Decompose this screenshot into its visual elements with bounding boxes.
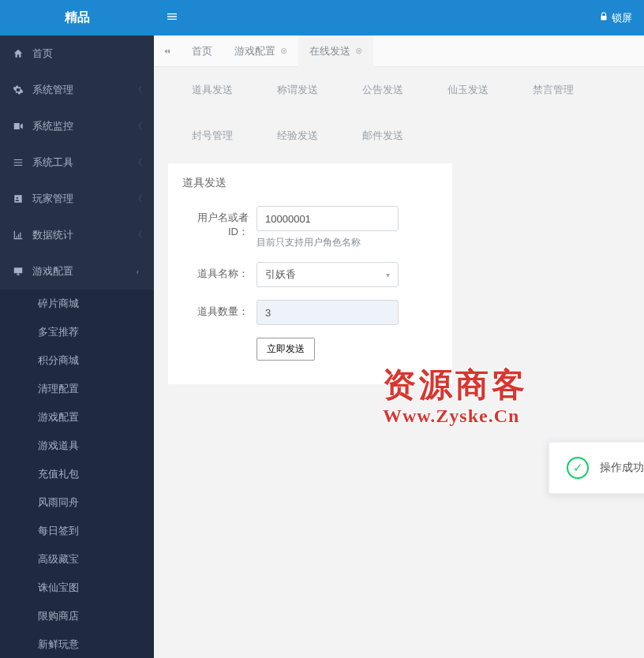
nav-label: 数据统计 bbox=[32, 228, 134, 242]
lock-label: 锁屏 bbox=[612, 11, 632, 25]
submenu-item[interactable]: 积分商城 bbox=[0, 346, 154, 375]
tab-home[interactable]: 首页 bbox=[181, 36, 223, 67]
chevron-down-icon: ⌄ bbox=[135, 268, 144, 275]
submenu-item[interactable]: 游戏道具 bbox=[0, 432, 154, 460]
nav-label: 游戏配置 bbox=[32, 264, 136, 279]
nav-label: 系统工具 bbox=[32, 155, 134, 170]
user-icon bbox=[12, 193, 24, 204]
tab-label: 首页 bbox=[192, 44, 212, 58]
chevron-left-icon: 〈 bbox=[134, 230, 142, 241]
subtab[interactable]: 道具发送 bbox=[192, 83, 233, 97]
item-select-value: 引妖香 bbox=[265, 267, 296, 282]
camera-icon bbox=[12, 121, 24, 132]
form-row-user: 用户名或者ID： 目前只支持用户角色名称 bbox=[182, 206, 438, 249]
topbar: 锁屏 bbox=[154, 0, 644, 36]
submenu-item[interactable]: 风雨同舟 bbox=[0, 488, 154, 517]
chevron-left-icon: 〈 bbox=[134, 157, 142, 168]
nav-label: 首页 bbox=[32, 47, 142, 61]
caret-down-icon: ▾ bbox=[386, 271, 390, 279]
content: 道具发送 称谓发送 公告发送 仙玉发送 禁言管理 封号管理 经验发送 邮件发送 … bbox=[154, 67, 644, 658]
form-row-item: 道具名称： 引妖香 ▾ bbox=[182, 262, 438, 287]
logo: 精品 bbox=[0, 0, 154, 36]
nav-system-monitor[interactable]: 系统监控 〈 bbox=[0, 108, 154, 144]
submenu-item[interactable]: 高级藏宝 bbox=[0, 545, 154, 574]
lock-icon bbox=[599, 12, 608, 24]
subtab[interactable]: 称谓发送 bbox=[277, 83, 318, 97]
nav-home[interactable]: 首页 bbox=[0, 36, 154, 72]
subtab[interactable]: 经验发送 bbox=[277, 129, 318, 143]
submenu-item[interactable]: 诛仙宝图 bbox=[0, 574, 154, 602]
submenu: 碎片商城 多宝推荐 积分商城 清理配置 游戏配置 游戏道具 充值礼包 风雨同舟 … bbox=[0, 290, 154, 658]
check-circle-icon: ✓ bbox=[567, 457, 589, 479]
qty-input[interactable] bbox=[256, 300, 399, 325]
submit-button[interactable]: 立即发送 bbox=[256, 338, 315, 361]
tabs-back-button[interactable] bbox=[159, 43, 176, 60]
nav-data-stats[interactable]: 数据统计 〈 bbox=[0, 217, 154, 253]
qty-label: 道具数量： bbox=[182, 300, 256, 325]
main: 锁屏 首页 游戏配置 ⊗ 在线发送 ⊗ 道具发送 称谓发送 公告发送 bbox=[154, 0, 644, 658]
tab-online-send[interactable]: 在线发送 ⊗ bbox=[298, 36, 373, 67]
tab-game-config[interactable]: 游戏配置 ⊗ bbox=[223, 36, 298, 67]
item-select[interactable]: 引妖香 ▾ bbox=[256, 262, 399, 287]
nav-system-tools[interactable]: 系统工具 〈 bbox=[0, 144, 154, 181]
subtab[interactable]: 禁言管理 bbox=[533, 83, 574, 97]
subtab[interactable]: 封号管理 bbox=[192, 129, 233, 143]
subtabs: 道具发送 称谓发送 公告发送 仙玉发送 禁言管理 封号管理 经验发送 邮件发送 bbox=[168, 78, 630, 157]
toast-text: 操作成功 bbox=[600, 461, 644, 475]
close-icon[interactable]: ⊗ bbox=[280, 46, 287, 56]
form-row-qty: 道具数量： bbox=[182, 300, 438, 325]
lock-screen-button[interactable]: 锁屏 bbox=[599, 11, 632, 25]
submenu-item[interactable]: 清理配置 bbox=[0, 375, 154, 403]
watermark-line2: Www.Zyske.Cn bbox=[383, 406, 528, 427]
tabs-bar: 首页 游戏配置 ⊗ 在线发送 ⊗ bbox=[154, 36, 644, 67]
tab-label: 游戏配置 bbox=[234, 44, 275, 58]
submenu-item[interactable]: 每日签到 bbox=[0, 517, 154, 545]
nav-label: 系统管理 bbox=[32, 83, 134, 97]
nav-player-manage[interactable]: 玩家管理 〈 bbox=[0, 181, 154, 217]
tab-label: 在线发送 bbox=[309, 44, 350, 58]
form-panel: 道具发送 用户名或者ID： 目前只支持用户角色名称 道具名称： 引妖香 ▾ bbox=[168, 163, 452, 384]
chevron-left-icon: 〈 bbox=[134, 193, 142, 204]
list-icon bbox=[12, 157, 24, 168]
nav: 首页 系统管理 〈 系统监控 〈 系统工具 bbox=[0, 36, 154, 658]
user-help-text: 目前只支持用户角色名称 bbox=[256, 236, 438, 249]
submenu-item[interactable]: 多宝推荐 bbox=[0, 318, 154, 346]
submenu-item[interactable]: 充值礼包 bbox=[0, 460, 154, 488]
menu-toggle-icon[interactable] bbox=[166, 10, 178, 26]
panel-title: 道具发送 bbox=[182, 176, 438, 190]
item-label: 道具名称： bbox=[182, 262, 256, 287]
nav-label: 玩家管理 bbox=[32, 192, 134, 206]
submenu-item[interactable]: 碎片商城 bbox=[0, 290, 154, 318]
nav-label: 系统监控 bbox=[32, 119, 134, 133]
chevron-left-icon: 〈 bbox=[134, 84, 142, 95]
submenu-item[interactable]: 新鲜玩意 bbox=[0, 630, 154, 658]
nav-system-manage[interactable]: 系统管理 〈 bbox=[0, 72, 154, 108]
monitor-icon bbox=[12, 266, 24, 277]
subtab[interactable]: 仙玉发送 bbox=[447, 83, 489, 97]
sidebar: 精品 首页 系统管理 〈 系统监控 〈 bbox=[0, 0, 154, 658]
chart-icon bbox=[12, 230, 24, 241]
subtab[interactable]: 邮件发送 bbox=[362, 129, 403, 143]
gear-icon bbox=[12, 84, 24, 95]
user-label: 用户名或者ID： bbox=[182, 206, 256, 249]
success-toast: ✓ 操作成功 bbox=[549, 442, 644, 494]
close-icon[interactable]: ⊗ bbox=[355, 46, 362, 56]
nav-game-config[interactable]: 游戏配置 ⌄ bbox=[0, 253, 154, 290]
chevron-left-icon: 〈 bbox=[134, 121, 142, 132]
submenu-item[interactable]: 游戏配置 bbox=[0, 403, 154, 432]
user-input[interactable] bbox=[256, 206, 399, 231]
home-icon bbox=[12, 48, 24, 59]
subtab[interactable]: 公告发送 bbox=[362, 83, 403, 97]
submenu-item[interactable]: 限购商店 bbox=[0, 602, 154, 630]
